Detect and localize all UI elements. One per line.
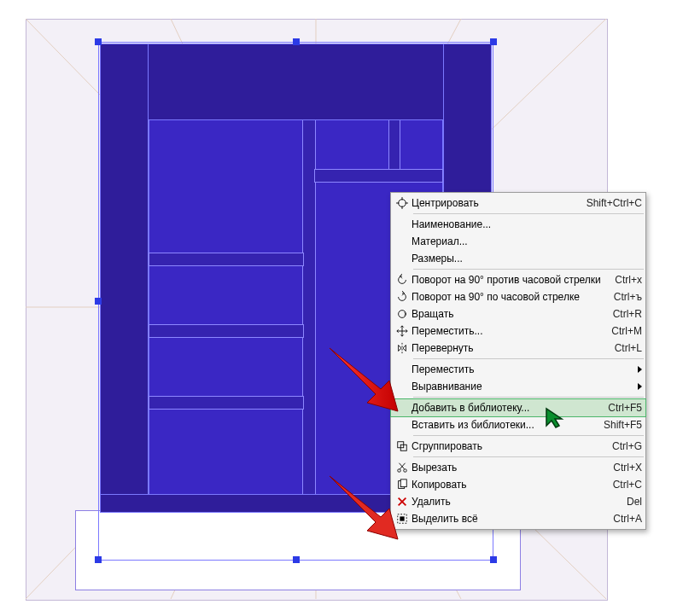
menu-label: Удалить bbox=[412, 496, 620, 508]
copy-icon bbox=[393, 479, 412, 491]
selection-handle-tr[interactable] bbox=[490, 38, 497, 45]
menu-separator bbox=[413, 435, 644, 436]
menu-label: Поворот на 90° против часовой стрелки bbox=[412, 274, 608, 286]
menu-shortcut: Ctrl+A bbox=[606, 513, 642, 525]
canvas-viewport[interactable]: Центрировать Shift+Ctrl+C Наименование..… bbox=[0, 0, 683, 616]
select-all-icon bbox=[393, 513, 412, 525]
menu-shortcut: Ctrl+ъ bbox=[607, 291, 642, 303]
selection-handle-tm[interactable] bbox=[293, 38, 300, 45]
menu-item-flip[interactable]: Перевернуть Ctrl+L bbox=[391, 340, 645, 357]
menu-shortcut: Ctrl+M bbox=[604, 325, 642, 337]
menu-separator bbox=[413, 269, 644, 270]
svg-line-21 bbox=[400, 463, 405, 469]
svg-rect-24 bbox=[400, 479, 406, 487]
menu-item-rename[interactable]: Наименование... bbox=[391, 216, 645, 233]
menu-separator bbox=[413, 358, 644, 359]
cut-icon bbox=[393, 462, 412, 474]
svg-point-10 bbox=[399, 200, 406, 207]
menu-shortcut: Ctrl+x bbox=[608, 274, 642, 286]
menu-item-add-to-library[interactable]: Добавить в библиотеку... Ctrl+F5 bbox=[391, 399, 645, 416]
menu-item-rotate[interactable]: Вращать Ctrl+R bbox=[391, 305, 645, 323]
menu-label: Сгруппировать bbox=[412, 440, 605, 452]
selection-handle-ml[interactable] bbox=[95, 298, 102, 305]
selection-handle-bl[interactable] bbox=[95, 556, 102, 563]
menu-label: Наименование... bbox=[412, 218, 642, 230]
menu-shortcut: Ctrl+X bbox=[606, 462, 642, 474]
menu-shortcut: Ctrl+G bbox=[605, 440, 642, 452]
svg-point-20 bbox=[404, 469, 407, 473]
svg-rect-28 bbox=[400, 516, 404, 520]
menu-label: Выделить всё bbox=[412, 513, 606, 525]
menu-item-rotate-ccw[interactable]: Поворот на 90° против часовой стрелки Ct… bbox=[391, 271, 645, 288]
menu-item-dimensions[interactable]: Размеры... bbox=[391, 250, 645, 267]
menu-item-copy[interactable]: Копировать Ctrl+C bbox=[391, 476, 645, 493]
selection-handle-bm[interactable] bbox=[293, 556, 300, 563]
selection-handle-tl[interactable] bbox=[95, 38, 102, 45]
menu-item-delete[interactable]: Удалить Del bbox=[391, 493, 645, 510]
menu-separator bbox=[413, 456, 644, 457]
menu-item-move-submenu[interactable]: Переместить bbox=[391, 361, 645, 378]
menu-label: Добавить в библиотеку... bbox=[412, 402, 601, 414]
menu-label: Выравнивание bbox=[412, 381, 638, 392]
move-icon bbox=[393, 325, 412, 337]
menu-item-move-tool[interactable]: Переместить... Ctrl+M bbox=[391, 323, 645, 340]
menu-label: Перевернуть bbox=[412, 342, 608, 354]
flip-icon bbox=[393, 342, 412, 354]
menu-shortcut: Shift+Ctrl+C bbox=[580, 197, 642, 209]
svg-line-22 bbox=[400, 463, 405, 469]
menu-label: Материал... bbox=[412, 235, 642, 247]
menu-label: Копировать bbox=[412, 479, 606, 491]
menu-shortcut: Ctrl+C bbox=[606, 479, 642, 491]
menu-separator bbox=[413, 213, 644, 214]
menu-shortcut: Ctrl+L bbox=[608, 342, 642, 354]
rotate-icon bbox=[393, 308, 412, 320]
menu-label: Вставить из библиотеки... bbox=[412, 419, 597, 431]
menu-item-select-all[interactable]: Выделить всё Ctrl+A bbox=[391, 510, 645, 527]
menu-item-cut[interactable]: Вырезать Ctrl+X bbox=[391, 459, 645, 476]
svg-point-15 bbox=[399, 311, 406, 318]
menu-label: Переместить... bbox=[412, 325, 604, 337]
center-icon bbox=[393, 197, 412, 209]
rotate-cw-icon bbox=[393, 291, 412, 303]
context-menu: Центрировать Shift+Ctrl+C Наименование..… bbox=[390, 192, 646, 530]
selection-handle-br[interactable] bbox=[490, 556, 497, 563]
menu-label: Размеры... bbox=[412, 253, 642, 264]
menu-label: Центрировать bbox=[412, 197, 580, 209]
svg-point-19 bbox=[398, 469, 401, 473]
menu-shortcut: Shift+F5 bbox=[597, 419, 642, 431]
menu-item-align-submenu[interactable]: Выравнивание bbox=[391, 378, 645, 395]
menu-label: Поворот на 90° по часовой стрелке bbox=[412, 291, 607, 303]
menu-item-group[interactable]: Сгруппировать Ctrl+G bbox=[391, 438, 645, 455]
menu-label: Вращать bbox=[412, 308, 606, 320]
menu-item-paste-from-library[interactable]: Вставить из библиотеки... Shift+F5 bbox=[391, 416, 645, 433]
menu-shortcut: Del bbox=[620, 496, 642, 508]
menu-shortcut: Ctrl+F5 bbox=[601, 402, 642, 414]
menu-separator bbox=[413, 397, 644, 398]
delete-icon bbox=[393, 496, 412, 508]
menu-shortcut: Ctrl+R bbox=[606, 308, 642, 320]
menu-item-rotate-cw[interactable]: Поворот на 90° по часовой стрелке Ctrl+ъ bbox=[391, 288, 645, 305]
menu-item-material[interactable]: Материал... bbox=[391, 233, 645, 250]
group-icon bbox=[393, 440, 412, 452]
rotate-ccw-icon bbox=[393, 274, 412, 286]
menu-item-center[interactable]: Центрировать Shift+Ctrl+C bbox=[391, 195, 645, 212]
menu-label: Переместить bbox=[412, 363, 638, 375]
menu-label: Вырезать bbox=[412, 462, 606, 474]
